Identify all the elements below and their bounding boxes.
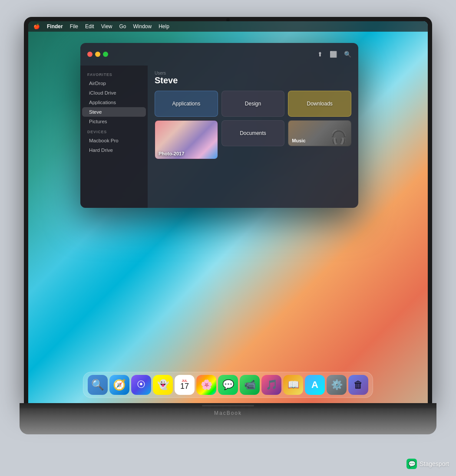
sidebar-item-airdrop[interactable]: AirDrop	[82, 79, 146, 88]
watermark-text: Stagesport	[420, 460, 449, 467]
menu-go[interactable]: Go	[119, 23, 126, 30]
dock: 🔍 🧭 ⦿ 👻 JUL	[83, 372, 373, 398]
favorites-label: FAVORITES	[80, 69, 148, 79]
share-icon[interactable]: ⬆	[317, 51, 323, 58]
menu-finder[interactable]: Finder	[47, 23, 63, 30]
traffic-lights	[87, 52, 108, 57]
facetime-icon: 📹	[244, 379, 256, 391]
dock-safari[interactable]: 🧭	[109, 375, 129, 395]
menu-edit[interactable]: Edit	[85, 23, 94, 30]
siri-icon: ⦿	[137, 380, 145, 390]
dock-music[interactable]: 🎵	[261, 375, 281, 395]
safari-icon: 🧭	[113, 379, 126, 391]
dock-books[interactable]: 📖	[283, 375, 303, 395]
screen-bezel: 🍎 Finder File Edit View Go Window Help	[24, 17, 432, 403]
dock-facetime[interactable]: 📹	[240, 375, 260, 395]
watermark-icon: 💬	[406, 459, 417, 469]
dock-container: 🔍 🧭 ⦿ 👻 JUL	[83, 372, 373, 398]
file-grid: Applications Design Downloads	[155, 91, 351, 159]
folder-documents-label: Documents	[240, 130, 266, 136]
sidebar-item-steve[interactable]: Steve	[82, 107, 146, 117]
dock-photos[interactable]: 🌸	[196, 375, 216, 395]
folder-music[interactable]: 🎧 Music	[288, 120, 351, 146]
snapchat-icon: 👻	[157, 379, 169, 391]
menu-bar: 🍎 Finder File Edit View Go Window Help	[28, 21, 428, 32]
laptop: 🍎 Finder File Edit View Go Window Help	[20, 17, 436, 460]
path-parent: Users	[155, 71, 351, 76]
dock-snapchat[interactable]: 👻	[153, 375, 173, 395]
sidebar-item-pictures[interactable]: Pictures	[82, 117, 146, 126]
folder-photo-label: Photo-2017	[159, 151, 184, 156]
screen-inner: 🍎 Finder File Edit View Go Window Help	[28, 21, 428, 403]
finder-main: Users Steve Applications Desig	[148, 66, 358, 208]
folder-photo-2017[interactable]: Photo-2017	[155, 120, 218, 159]
dock-trash[interactable]: 🗑	[348, 375, 368, 395]
dock-siri[interactable]: ⦿	[131, 375, 151, 395]
finder-icon: 🔍	[91, 379, 104, 391]
dock-finder[interactable]: 🔍	[88, 375, 108, 395]
menu-view[interactable]: View	[101, 23, 112, 30]
dock-system-prefs[interactable]: ⚙️	[327, 375, 347, 395]
menu-help[interactable]: Help	[159, 23, 169, 30]
macbook-label: MacBook	[214, 410, 242, 416]
sidebar-item-applications[interactable]: Applications	[82, 98, 146, 107]
menu-window[interactable]: Window	[133, 23, 152, 30]
sidebar-item-macbook[interactable]: Macbook Pro	[82, 136, 146, 145]
finder-window: ⬆ ⬜ 🔍 FAVORITES AirDrop iCloud Drive App…	[80, 43, 358, 208]
music-icon: 🎵	[266, 379, 278, 391]
finder-content: FAVORITES AirDrop iCloud Drive Applicati…	[80, 66, 358, 208]
menu-file[interactable]: File	[70, 23, 78, 30]
hinge-line	[202, 405, 254, 406]
apple-menu[interactable]: 🍎	[33, 23, 40, 30]
dock-messages[interactable]: 💬	[218, 375, 238, 395]
books-icon: 📖	[287, 379, 299, 391]
folder-design-label: Design	[245, 101, 261, 107]
trash-icon: 🗑	[354, 379, 363, 391]
messages-icon: 💬	[222, 379, 234, 391]
calendar-day: 17	[180, 382, 189, 390]
folder-applications-label: Applications	[172, 101, 200, 107]
headphone-icon: 🎧	[330, 128, 347, 145]
sidebar-item-icloud[interactable]: iCloud Drive	[82, 88, 146, 98]
finder-toolbar: ⬆ ⬜ 🔍	[80, 43, 358, 66]
system-prefs-icon: ⚙️	[331, 379, 343, 391]
folder-downloads-label: Downloads	[307, 101, 332, 107]
desktop-background: 🍎 Finder File Edit View Go Window Help	[28, 21, 428, 403]
calendar-content: JUL 17	[180, 379, 189, 391]
dock-calendar[interactable]: JUL 17	[175, 375, 195, 395]
folder-design[interactable]: Design	[221, 91, 285, 117]
maximize-button[interactable]	[103, 52, 108, 57]
path-current: Steve	[155, 76, 351, 85]
devices-label: DEVICES	[80, 126, 148, 136]
folder-music-label: Music	[292, 138, 305, 143]
wechat-icon: 💬	[408, 460, 416, 467]
laptop-hinge	[20, 403, 436, 408]
sidebar-item-harddrive[interactable]: Hard Drive	[82, 145, 146, 155]
close-button[interactable]	[87, 52, 93, 57]
folder-applications[interactable]: Applications	[155, 91, 218, 117]
toolbar-actions: ⬆ ⬜ 🔍	[317, 51, 351, 58]
search-icon[interactable]: 🔍	[344, 51, 351, 58]
path-header: Users Steve	[155, 71, 351, 85]
dock-appstore[interactable]: A	[305, 375, 325, 395]
folder-documents[interactable]: Documents	[221, 120, 285, 146]
watermark: 💬 Stagesport	[406, 459, 449, 469]
appstore-icon: A	[311, 379, 318, 391]
laptop-base: MacBook	[20, 408, 436, 434]
folder-downloads[interactable]: Downloads	[288, 91, 351, 117]
minimize-button[interactable]	[95, 52, 100, 57]
finder-sidebar: FAVORITES AirDrop iCloud Drive Applicati…	[80, 66, 148, 208]
display-icon[interactable]: ⬜	[330, 51, 337, 58]
photos-icon: 🌸	[201, 379, 212, 391]
